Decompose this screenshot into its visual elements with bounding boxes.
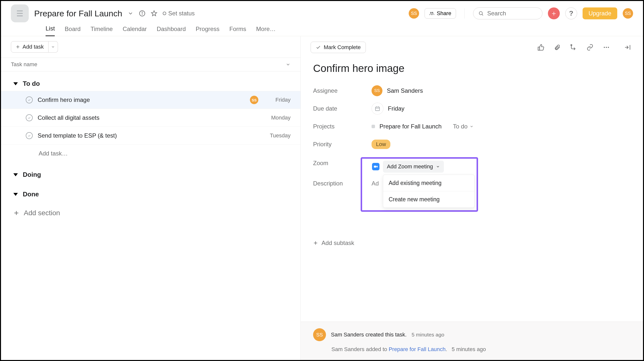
tab-list[interactable]: List (46, 25, 55, 36)
zoom-option-add-existing[interactable]: Add existing meeting (383, 175, 474, 191)
task-row[interactable]: Send template to ESP (& test)Tuesday (1, 127, 300, 145)
svg-point-16 (571, 44, 572, 46)
search-icon (478, 11, 484, 16)
triangle-down-icon (14, 82, 18, 85)
svg-point-7 (430, 12, 432, 13)
task-title: Send template to ESP (& test) (38, 132, 258, 139)
zoom-option-create-new[interactable]: Create new meeting (383, 191, 474, 208)
task-row[interactable]: Confirm hero imageSSFriday (1, 91, 300, 109)
assignee-value[interactable]: SS Sam Sanders (372, 85, 423, 96)
subtask-icon[interactable] (568, 44, 579, 51)
add-zoom-meeting-button[interactable]: Add Zoom meeting (383, 161, 444, 173)
zoom-field-highlight: Add Zoom meeting Add existing meeting Cr… (361, 157, 478, 212)
tab-forms[interactable]: Forms (229, 26, 246, 36)
svg-rect-22 (376, 107, 380, 111)
activity-line-1: Sam Sanders created this task. (331, 331, 407, 338)
tab-board[interactable]: Board (65, 26, 80, 36)
zoom-dropdown: Add existing meeting Create new meeting (383, 175, 474, 208)
svg-point-18 (606, 47, 607, 48)
priority-label: Priority (313, 141, 372, 148)
tab-dashboard[interactable]: Dashboard (157, 26, 186, 36)
svg-marker-27 (376, 166, 378, 168)
task-title[interactable]: Confirm hero image (313, 63, 630, 74)
member-avatar[interactable]: SS (409, 8, 419, 19)
projects-value[interactable]: Prepare for Fall Launch To do (372, 123, 474, 130)
task-title: Confirm hero image (38, 97, 245, 103)
collapse-icon[interactable] (622, 44, 633, 51)
tab-more[interactable]: More… (256, 26, 276, 36)
project-section-selector[interactable]: To do (453, 123, 474, 130)
assignee-avatar[interactable]: SS (250, 96, 258, 104)
svg-point-9 (479, 12, 482, 15)
svg-point-17 (604, 47, 605, 48)
add-task-button[interactable]: Add task (11, 41, 48, 53)
svg-marker-6 (151, 11, 157, 16)
attachment-icon[interactable] (552, 44, 563, 51)
priority-pill[interactable]: Low (372, 140, 390, 149)
calendar-icon (372, 103, 384, 115)
zoom-icon (372, 163, 380, 170)
tab-timeline[interactable]: Timeline (90, 26, 113, 36)
add-section-button[interactable]: Add section (1, 202, 300, 224)
project-color-icon (372, 125, 375, 128)
complete-toggle[interactable] (26, 97, 33, 103)
more-icon[interactable] (601, 44, 612, 51)
complete-toggle[interactable] (26, 114, 33, 121)
activity-line-2: Sam Sanders added to Prepare for Fall La… (313, 346, 630, 352)
global-create-button[interactable]: ＋ (548, 8, 560, 19)
svg-point-8 (432, 12, 433, 13)
chevron-down-icon[interactable] (128, 11, 134, 16)
triangle-down-icon (14, 193, 18, 196)
projects-label: Projects (313, 123, 372, 130)
tab-progress[interactable]: Progress (196, 26, 220, 36)
task-title: Collect all digital assets (38, 114, 258, 121)
section-header[interactable]: Done (1, 182, 300, 202)
due-text: Monday (263, 115, 290, 121)
complete-toggle[interactable] (26, 132, 33, 139)
upgrade-button[interactable]: Upgrade (582, 8, 617, 19)
due-text: Tuesday (263, 132, 290, 139)
chevron-down-icon (470, 125, 474, 128)
link-icon[interactable] (584, 44, 596, 51)
set-status-button[interactable]: Set status (163, 10, 195, 17)
add-subtask-button[interactable]: Add subtask (313, 239, 630, 246)
chevron-down-icon[interactable] (286, 62, 290, 67)
activity-time-1: 5 minutes ago (412, 332, 444, 338)
triangle-down-icon (14, 173, 18, 176)
project-icon[interactable] (11, 5, 29, 22)
due-text: Friday (263, 97, 290, 103)
activity-avatar: SS (313, 328, 326, 341)
svg-point-19 (608, 47, 609, 48)
section-header[interactable]: Doing (1, 162, 300, 182)
user-avatar[interactable]: SS (623, 8, 633, 19)
svg-rect-15 (538, 47, 540, 50)
info-icon[interactable] (139, 10, 146, 17)
search-input[interactable]: Search (473, 8, 542, 19)
assignee-avatar: SS (372, 85, 382, 96)
svg-line-10 (482, 14, 483, 16)
add-task-inline[interactable]: Add task… (1, 145, 300, 162)
tab-calendar[interactable]: Calendar (122, 26, 147, 36)
like-icon[interactable] (536, 44, 546, 51)
star-icon[interactable] (151, 10, 157, 17)
share-button[interactable]: Share (424, 8, 456, 19)
add-task-dropdown[interactable] (48, 41, 58, 53)
activity-project-link[interactable]: Prepare for Fall Launch (389, 346, 446, 352)
mark-complete-button[interactable]: Mark Complete (310, 42, 366, 53)
help-button[interactable]: ? (565, 8, 577, 19)
svg-rect-26 (374, 166, 376, 168)
due-date-label: Due date (313, 105, 372, 112)
project-title[interactable]: Prepare for Fall Launch (34, 9, 122, 18)
task-row[interactable]: Collect all digital assetsMonday (1, 109, 300, 127)
chevron-down-icon (436, 165, 440, 169)
list-column-header: Task name (1, 58, 300, 71)
svg-point-5 (142, 12, 142, 13)
section-header[interactable]: To do (1, 71, 300, 91)
assignee-label: Assignee (313, 87, 372, 94)
due-date-value[interactable]: Friday (372, 103, 404, 115)
